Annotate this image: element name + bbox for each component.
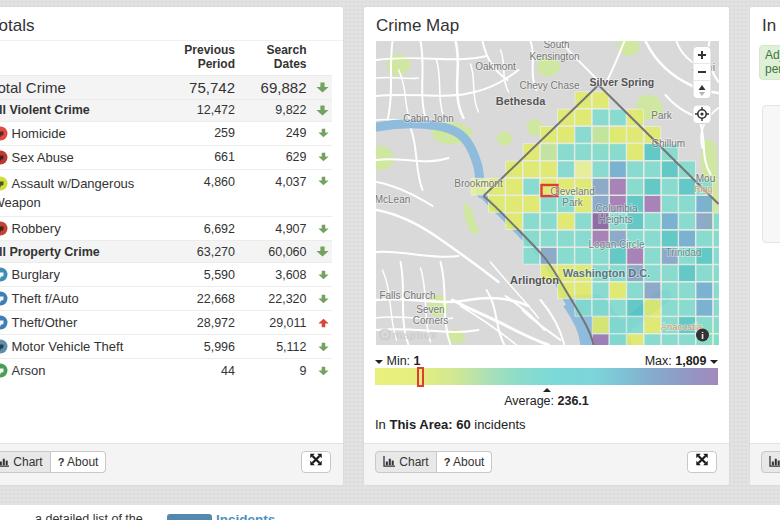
svg-text:Silver Spring: Silver Spring <box>589 76 654 88</box>
svg-text:Kensington: Kensington <box>529 51 579 62</box>
svg-text:Cleveland: Cleveland <box>550 186 594 197</box>
svg-text:Mou: Mou <box>695 173 714 184</box>
svg-text:Washington D.C.: Washington D.C. <box>562 267 650 279</box>
svg-text:South: South <box>543 41 569 50</box>
svg-text:Bethesda: Bethesda <box>495 95 545 107</box>
svg-text:Corners: Corners <box>412 315 448 326</box>
svg-text:Columbia: Columbia <box>595 203 638 214</box>
svg-text:Chillum: Chillum <box>651 138 684 149</box>
svg-text:Heights: Heights <box>598 214 632 225</box>
svg-text:i: i <box>701 331 704 341</box>
svg-text:Chevy Chase: Chevy Chase <box>519 80 579 91</box>
svg-text:Seven: Seven <box>416 304 444 315</box>
svg-text:Arlington: Arlington <box>510 274 559 286</box>
svg-text:McLean: McLean <box>376 194 410 205</box>
svg-text:Anacostia: Anacostia <box>660 321 702 332</box>
svg-text:Park: Park <box>562 197 584 208</box>
svg-text:Oakmont: Oakmont <box>475 61 516 72</box>
svg-text:mapbox: mapbox <box>392 329 437 341</box>
svg-text:Logan Circle: Logan Circle <box>588 239 645 250</box>
svg-text:Falls Church: Falls Church <box>379 290 435 301</box>
svg-text:Cabin John: Cabin John <box>403 113 454 124</box>
svg-text:Trinidad: Trinidad <box>665 247 701 258</box>
svg-text:Rigg: Rigg <box>694 184 713 194</box>
svg-text:Park: Park <box>651 110 673 121</box>
svg-text:Brookmont: Brookmont <box>454 178 503 189</box>
